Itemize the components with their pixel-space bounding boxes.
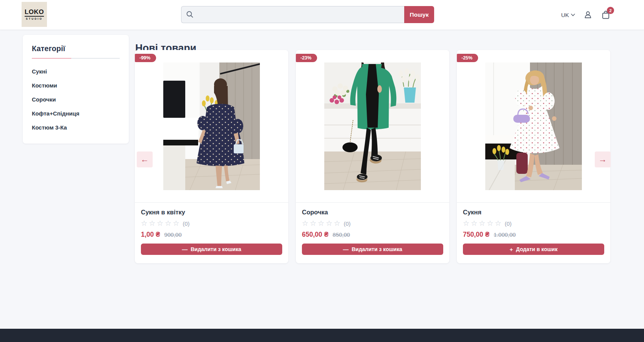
user-icon xyxy=(583,10,592,19)
product-image-link[interactable] xyxy=(135,50,288,203)
rating-count: (0) xyxy=(344,220,350,227)
star-icon: ☆ xyxy=(471,220,477,227)
button-label: Видалити з кошика xyxy=(352,246,402,252)
price-row: 750,00 ₴ 1.000,00 xyxy=(463,231,604,239)
carousel-next-button[interactable]: → xyxy=(595,151,611,167)
search-button[interactable]: Пошук xyxy=(404,6,434,23)
header: LOKO STUDIO Пошук UK xyxy=(0,0,644,30)
header-actions: UK 2 xyxy=(561,0,611,30)
product-card: -25% xyxy=(457,50,610,263)
product-info: Сукня в квітку ☆ ☆ ☆ ☆ ☆ (0) 1,00 ₴ 900,… xyxy=(135,203,288,239)
remove-from-cart-button[interactable]: — Видалити з кошика xyxy=(141,244,282,255)
product-info: Сукня ☆ ☆ ☆ ☆ ☆ (0) 750,00 ₴ 1.000,00 xyxy=(457,203,610,239)
search-bar: Пошук xyxy=(181,6,434,23)
button-label: Додати в кошик xyxy=(516,246,558,252)
remove-from-cart-button[interactable]: — Видалити з кошика xyxy=(302,244,443,255)
search-field xyxy=(181,6,404,23)
product-title[interactable]: Сукня в квітку xyxy=(141,209,282,216)
rating: ☆ ☆ ☆ ☆ ☆ (0) xyxy=(141,220,282,227)
star-icon: ☆ xyxy=(141,220,147,227)
chevron-down-icon xyxy=(571,14,575,16)
star-icon: ☆ xyxy=(334,220,340,227)
old-price: 900,00 xyxy=(164,231,182,238)
cart-button[interactable]: 2 xyxy=(601,10,611,20)
category-list: Сукні Костюми Сорочки Кофта+Спідниця Кос… xyxy=(32,64,120,134)
logo-title: LOKO xyxy=(25,9,44,17)
plus-icon: + xyxy=(510,247,513,252)
current-price: 750,00 ₴ xyxy=(463,231,489,239)
sidebar-item-top-skirt[interactable]: Кофта+Спідниця xyxy=(32,106,120,120)
sidebar-divider xyxy=(32,58,120,59)
star-icon: ☆ xyxy=(326,220,332,227)
discount-badge: -23% xyxy=(296,54,317,62)
arrow-right-icon: → xyxy=(599,155,607,164)
discount-badge: -99% xyxy=(135,54,156,62)
product-title[interactable]: Сорочка xyxy=(302,209,443,216)
star-icon: ☆ xyxy=(463,220,469,227)
star-icon: ☆ xyxy=(310,220,316,227)
sidebar-item-suit-3[interactable]: Костюм 3-Ка xyxy=(32,120,120,134)
product-card: -23% xyxy=(296,50,449,263)
star-icon: ☆ xyxy=(479,220,485,227)
old-price: 850,00 xyxy=(333,231,350,238)
star-icon: ☆ xyxy=(487,220,493,227)
search-input[interactable] xyxy=(181,6,404,23)
current-price: 650,00 ₴ xyxy=(302,231,328,239)
storefront-page: LOKO STUDIO Пошук UK xyxy=(0,0,644,342)
product-image xyxy=(324,62,421,190)
sidebar-title: Категорії xyxy=(32,44,120,53)
rating-count: (0) xyxy=(183,220,189,227)
product-image xyxy=(163,62,260,190)
discount-badge: -25% xyxy=(457,54,478,62)
add-to-cart-button[interactable]: + Додати в кошик xyxy=(463,244,604,255)
sidebar-item-shirts[interactable]: Сорочки xyxy=(32,92,120,106)
price-row: 1,00 ₴ 900,00 xyxy=(141,231,282,239)
footer xyxy=(0,329,644,342)
minus-icon: — xyxy=(182,247,188,252)
product-image xyxy=(485,62,582,190)
product-card: -99% xyxy=(135,50,288,263)
rating: ☆ ☆ ☆ ☆ ☆ (0) xyxy=(463,220,604,227)
current-price: 1,00 ₴ xyxy=(141,231,160,239)
language-selector[interactable]: UK xyxy=(561,12,575,18)
rating: ☆ ☆ ☆ ☆ ☆ (0) xyxy=(302,220,443,227)
carousel-prev-button[interactable]: ← xyxy=(137,151,153,167)
star-icon: ☆ xyxy=(302,220,308,227)
product-image-link[interactable] xyxy=(296,50,449,203)
product-carousel: -99% xyxy=(135,50,610,263)
sidebar-item-dresses[interactable]: Сукні xyxy=(32,64,120,78)
star-icon: ☆ xyxy=(165,220,171,227)
categories-sidebar: Категорії Сукні Костюми Сорочки Кофта+Сп… xyxy=(23,35,129,144)
old-price: 1.000,00 xyxy=(494,231,516,238)
arrow-left-icon: ← xyxy=(141,155,149,164)
logo[interactable]: LOKO STUDIO xyxy=(22,2,47,27)
product-info: Сорочка ☆ ☆ ☆ ☆ ☆ (0) 650,00 ₴ 850,00 xyxy=(296,203,449,239)
star-icon: ☆ xyxy=(157,220,163,227)
star-icon: ☆ xyxy=(173,220,179,227)
rating-count: (0) xyxy=(505,220,511,227)
price-row: 650,00 ₴ 850,00 xyxy=(302,231,443,239)
star-icon: ☆ xyxy=(149,220,155,227)
star-icon: ☆ xyxy=(318,220,324,227)
sidebar-item-suits[interactable]: Костюми xyxy=(32,78,120,92)
button-label: Видалити з кошика xyxy=(191,246,241,252)
account-button[interactable] xyxy=(583,10,592,19)
cart-count-badge: 2 xyxy=(607,7,614,14)
product-image-link[interactable] xyxy=(457,50,610,203)
minus-icon: — xyxy=(343,247,349,252)
logo-subtitle: STUDIO xyxy=(26,17,42,20)
star-icon: ☆ xyxy=(495,220,501,227)
language-code: UK xyxy=(561,12,569,18)
product-title[interactable]: Сукня xyxy=(463,209,604,216)
